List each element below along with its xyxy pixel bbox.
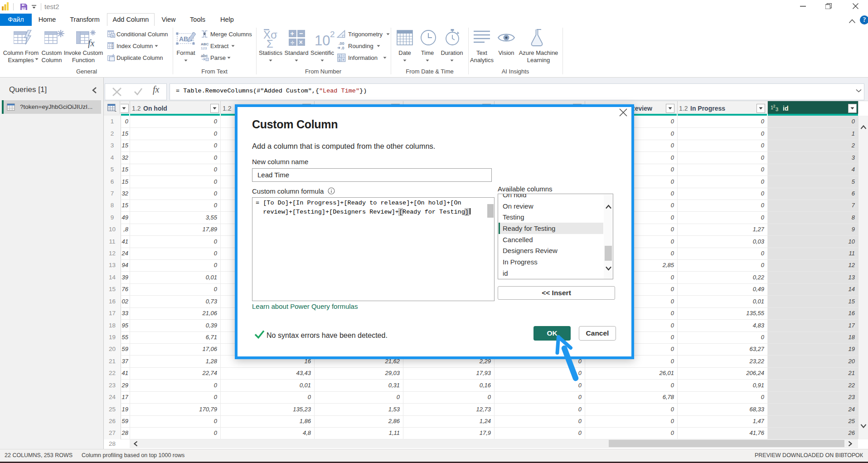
svg-text:10: 10 [315, 33, 330, 48]
svg-text:ABC: ABC [201, 42, 209, 46]
svg-text:×: × [299, 39, 303, 46]
svg-text:1: 1 [339, 54, 341, 58]
svg-text:.0: .0 [341, 46, 344, 50]
svg-text:3: 3 [776, 107, 778, 112]
svg-text:2: 2 [330, 29, 335, 39]
svg-text:fx: fx [88, 38, 95, 48]
svg-text:3: 3 [339, 58, 341, 62]
svg-text:+: + [290, 30, 294, 37]
svg-text:+: + [342, 58, 344, 62]
svg-text:.00: .00 [339, 41, 344, 46]
svg-text:3: 3 [112, 47, 113, 49]
svg-text:abc: abc [201, 54, 208, 58]
svg-text:123: 123 [201, 46, 207, 50]
svg-text:−: − [299, 30, 303, 37]
svg-text:Σ: Σ [267, 38, 273, 48]
svg-text:÷: ÷ [291, 39, 294, 46]
svg-text:2: 2 [773, 104, 776, 108]
